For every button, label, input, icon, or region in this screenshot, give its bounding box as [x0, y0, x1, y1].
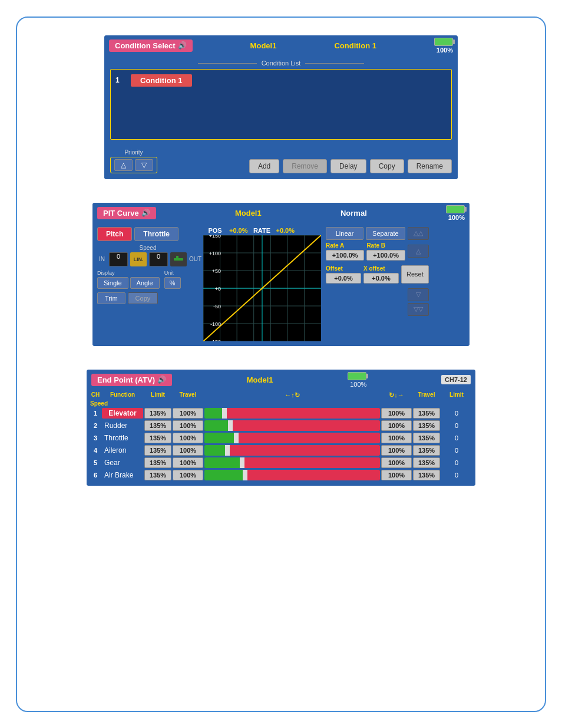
travel-bar [204, 457, 380, 468]
priority-up-btn[interactable]: △ [114, 159, 133, 171]
single-btn[interactable]: Single [97, 277, 128, 289]
delay-btn[interactable]: Delay [330, 159, 366, 173]
atp-func: Throttle [102, 433, 143, 443]
out-label: OUT [189, 256, 199, 262]
ch7-badge[interactable]: CH7-12 [441, 375, 471, 384]
add-btn[interactable]: Add [249, 159, 279, 173]
pitch-tab[interactable]: Pitch [97, 227, 132, 241]
atp-travel-l[interactable]: 100% [173, 408, 203, 419]
rate-a-label: Rate A [326, 242, 364, 249]
condition-list-item[interactable]: 1 Condition 1 [115, 74, 447, 87]
bar-left [204, 408, 222, 419]
condition-title: Condition Select 🔊 [109, 39, 193, 52]
rate-b-val[interactable]: +100.0% [366, 250, 405, 261]
arr-down-btn: ▽ [408, 288, 429, 301]
lin-indicator: LIN. [130, 252, 147, 266]
out-value[interactable]: 0 [149, 252, 168, 266]
atp-limit-r[interactable]: 135% [413, 408, 440, 419]
copy-btn[interactable]: Copy [370, 159, 404, 173]
atp-travel-l[interactable]: 100% [173, 433, 203, 443]
atp-travel-r[interactable]: 100% [381, 457, 412, 468]
angle-btn[interactable]: Angle [130, 277, 160, 289]
in-label: IN [97, 256, 107, 262]
trim-btn[interactable]: Trim [97, 292, 125, 304]
atp-ch: 3 [90, 434, 101, 442]
atp-travel-r[interactable]: 100% [381, 433, 412, 443]
atp-col-headers: CH Function Limit Travel ←↑↻ ↻↓→ Travel … [90, 390, 472, 408]
bar-center [222, 408, 227, 419]
chart-pos-val: +0.0% [229, 227, 248, 234]
atp-speed: 0 [441, 447, 472, 454]
x-offset-val[interactable]: +0.0% [363, 273, 399, 284]
condition-item-num: 1 [115, 76, 125, 84]
chart-pos-label: POS [203, 227, 227, 234]
bar-center [234, 433, 239, 443]
bar-center [240, 457, 244, 468]
atp-limit-l[interactable]: 135% [144, 420, 171, 431]
col-limit: Limit [144, 391, 171, 399]
display-section: Display Single Angle Unit % [97, 270, 199, 289]
atp-limit-l[interactable]: 135% [144, 445, 171, 456]
atp-travel-r[interactable]: 100% [381, 420, 412, 431]
atp-rows-container: 1Elevator135%100%100%135%02Rudder135%100… [90, 408, 472, 480]
bar-center [225, 445, 230, 456]
atp-limit-r[interactable]: 135% [413, 470, 440, 480]
linear-btn[interactable]: Linear [326, 227, 363, 240]
battery-icon [434, 38, 453, 46]
reset-btn[interactable]: Reset [401, 265, 429, 284]
atp-travel-r[interactable]: 100% [381, 470, 412, 480]
atp-speaker-icon: 🔊 [157, 375, 166, 384]
atp-limit-r[interactable]: 135% [413, 420, 440, 431]
remove-btn[interactable]: Remove [283, 159, 327, 173]
atp-travel-l[interactable]: 100% [173, 420, 203, 431]
atp-travel-l[interactable]: 100% [173, 470, 203, 480]
atp-limit-l[interactable]: 135% [144, 433, 171, 443]
bar-center [243, 470, 247, 480]
atp-row[interactable]: 6Air Brake135%100%100%135%0 [90, 470, 472, 480]
travel-bar [204, 433, 380, 443]
pct-btn[interactable]: % [164, 277, 181, 289]
atp-func: Rudder [102, 420, 143, 431]
atp-speed: 0 [441, 422, 472, 429]
atp-row[interactable]: 2Rudder135%100%100%135%0 [90, 420, 472, 431]
col-limit-r: Limit [441, 391, 472, 399]
throttle-tab[interactable]: Throttle [134, 227, 178, 241]
rate-a-val[interactable]: +100.0% [326, 250, 364, 261]
pit-body: Pitch Throttle Speed IN 0 LIN. 0 OUT [92, 223, 470, 346]
condition-list-label: Condition List [110, 60, 452, 67]
atp-func: Elevator [102, 408, 143, 419]
arr-up-up-btn: △△ [408, 227, 429, 240]
atp-travel-r[interactable]: 100% [381, 445, 412, 456]
atp-func: Gear [102, 457, 143, 468]
priority-section: Priority △ ▽ [110, 149, 157, 173]
atp-row[interactable]: 4Aileron135%100%100%135%0 [90, 445, 472, 456]
priority-label: Priority [110, 149, 157, 156]
atp-travel-l[interactable]: 100% [173, 445, 203, 456]
atp-limit-l[interactable]: 135% [144, 470, 171, 480]
in-value[interactable]: 0 [109, 252, 128, 266]
speed-section: Speed IN 0 LIN. 0 OUT [97, 245, 199, 266]
speed-row: IN 0 LIN. 0 OUT [97, 252, 199, 266]
atp-limit-r[interactable]: 135% [413, 445, 440, 456]
atp-limit-l[interactable]: 135% [144, 457, 171, 468]
atp-row[interactable]: 1Elevator135%100%100%135%0 [90, 408, 472, 419]
offset-val[interactable]: +0.0% [326, 273, 361, 284]
atp-limit-l[interactable]: 135% [144, 408, 171, 419]
priority-down-btn[interactable]: ▽ [135, 159, 153, 171]
separate-btn[interactable]: Separate [366, 227, 405, 240]
atp-limit-r[interactable]: 135% [413, 457, 440, 468]
arr-down-group: ▽ ▽▽ [326, 288, 429, 316]
atp-row[interactable]: 5Gear135%100%100%135%0 [90, 457, 472, 468]
atp-title-text: End Point (ATV) [97, 375, 155, 384]
travel-bar [204, 470, 380, 480]
atp-func: Air Brake [102, 470, 143, 480]
atp-travel-r[interactable]: 100% [381, 408, 412, 419]
col-travel-l: Travel [173, 391, 203, 399]
atp-limit-r[interactable]: 135% [413, 433, 440, 443]
pit-copy-btn: Copy [128, 292, 158, 304]
atp-travel-l[interactable]: 100% [173, 457, 203, 468]
atp-row[interactable]: 3Throttle135%100%100%135%0 [90, 433, 472, 443]
rename-btn[interactable]: Rename [408, 159, 452, 173]
col-arrows: ←↑↻ [204, 391, 380, 399]
battery-pct: 100% [437, 47, 453, 54]
